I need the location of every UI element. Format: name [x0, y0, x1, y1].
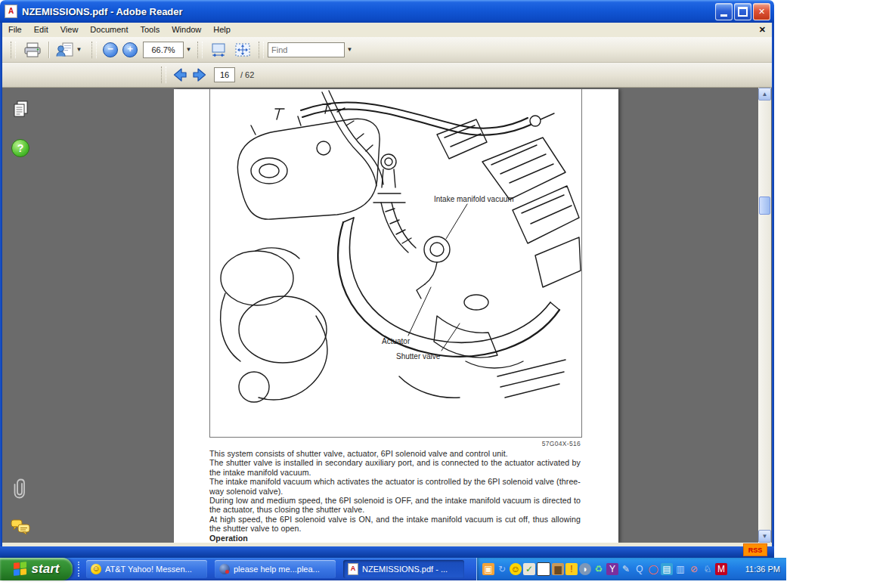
network-computers-tray-icon[interactable]: ▥ — [674, 563, 686, 575]
system-tray-icons: ▣↻☺✓▆!◗♻Y✎Q◯▤▥⊘♘M — [482, 562, 728, 576]
taskbar-item-label: NZEMISSIONS.pdf - ... — [362, 565, 448, 574]
scroll-up-icon: ▲ — [762, 91, 768, 97]
label-shutter-valve: Shutter valve — [396, 352, 440, 361]
previous-page-button[interactable] — [170, 66, 190, 84]
menu-bar: File Edit View Document Tools Window Hel… — [2, 23, 772, 38]
print-button[interactable] — [20, 39, 45, 60]
minimize-icon — [720, 14, 727, 17]
adobe-reader-window: A NZEMISSIONS.pdf - Adobe Reader ✕ File … — [0, 0, 774, 558]
menu-edit[interactable]: Edit — [28, 23, 54, 37]
messenger-orb-tray-icon[interactable]: ◗ — [579, 563, 591, 575]
paragraph: During low and medium speed, the 6PI sol… — [209, 496, 581, 515]
document-scrollbar[interactable]: ▲ ▼ — [758, 88, 771, 543]
display-settings-tray-icon[interactable] — [537, 562, 550, 576]
sidebar-comments-button[interactable] — [8, 516, 33, 537]
zoom-dropdown-arrow[interactable]: ▼ — [184, 42, 194, 57]
toolbar-grip — [11, 42, 16, 58]
email-dropdown-arrow[interactable]: ▼ — [74, 42, 84, 57]
recycle-error-tray-icon[interactable]: ♻ — [593, 563, 605, 575]
globe-flag-tray-icon[interactable]: Y — [606, 563, 618, 575]
maximize-button[interactable] — [734, 3, 751, 20]
vehicle-tray-icon[interactable]: ▆ — [552, 563, 564, 575]
taskbar-item-nzemissions-pdf[interactable]: A NZEMISSIONS.pdf - ... — [343, 560, 464, 578]
windows-logo-icon — [14, 562, 27, 577]
security-alert-tray-icon[interactable]: ! — [565, 563, 578, 575]
menu-window[interactable]: Window — [166, 23, 207, 37]
mcafee-tray-icon[interactable]: M — [715, 563, 727, 575]
toolbar-separator — [48, 42, 49, 58]
menu-document[interactable]: Document — [84, 23, 134, 37]
page-navigation-bar: / 62 — [2, 63, 772, 88]
printer-icon — [23, 42, 42, 57]
quicktime-tray-icon[interactable]: Q — [634, 563, 646, 575]
toolbar-grip — [161, 67, 166, 83]
taskbar-item-label: AT&T Yahoo! Messen... — [105, 565, 192, 574]
start-button[interactable]: start — [0, 558, 73, 580]
menu-file[interactable]: File — [2, 23, 28, 37]
taskbar-item-chat-window[interactable]: please help me...plea... — [215, 560, 336, 578]
scroll-up-button[interactable]: ▲ — [758, 88, 771, 101]
system-tray: ▣↻☺✓▆!◗♻Y✎Q◯▤▥⊘♘M 11:36 PM — [476, 558, 786, 580]
fit-page-button[interactable] — [231, 39, 255, 60]
maximize-icon — [738, 7, 748, 17]
main-toolbar: ▼ − + 66.7% ▼ ▼ — [2, 37, 772, 63]
engine-line-drawing — [210, 89, 581, 438]
find-dropdown-arrow[interactable]: ▼ — [345, 42, 355, 57]
fit-width-button[interactable] — [206, 39, 231, 60]
pest-patrol-tray-icon[interactable]: ♘ — [702, 563, 714, 575]
menu-help[interactable]: Help — [207, 23, 237, 37]
find-input[interactable] — [268, 42, 345, 57]
zoom-out-button[interactable]: − — [103, 42, 118, 57]
stylus-tray-icon[interactable]: ✎ — [620, 563, 632, 575]
scrollbar-thumb[interactable] — [759, 197, 770, 215]
total-pages-label: / 62 — [240, 70, 254, 79]
pdf-document-icon: A — [348, 563, 358, 575]
taskbar-item-yahoo-messenger[interactable]: ☺ AT&T Yahoo! Messen... — [86, 560, 207, 578]
windows-update-tray-icon[interactable]: ✓ — [523, 563, 535, 575]
zoom-in-button[interactable]: + — [122, 42, 138, 57]
pdf-page: Intake manifold vacuum Actuator Shutter … — [174, 89, 618, 543]
title-bar: A NZEMISSIONS.pdf - Adobe Reader ✕ — [0, 0, 774, 23]
fit-width-icon — [210, 42, 227, 57]
sidebar-howto-button[interactable]: ? — [8, 138, 33, 159]
window-title: NZEMISSIONS.pdf - Adobe Reader — [22, 6, 183, 17]
scroll-down-icon: ▼ — [762, 533, 768, 540]
start-label: start — [32, 562, 60, 577]
current-page-input[interactable] — [214, 67, 235, 82]
photo-app-tray-icon[interactable]: ▣ — [482, 563, 494, 575]
blocked-device-tray-icon[interactable]: ⊘ — [688, 563, 700, 575]
chat-message-icon — [219, 564, 230, 574]
sidebar-attachments-button[interactable] — [8, 478, 33, 500]
document-pane: ? — [2, 88, 772, 543]
close-icon: ✕ — [758, 7, 765, 17]
menu-tools[interactable]: Tools — [135, 23, 166, 37]
toolbar-grip — [197, 42, 203, 58]
document-close-icon[interactable]: ✕ — [759, 25, 766, 35]
taskbar-clock[interactable]: 11:36 PM — [745, 565, 780, 574]
yahoo-messenger-icon: ☺ — [91, 564, 101, 574]
rss-badge[interactable]: RSS — [743, 543, 767, 556]
taskbar-grip — [78, 562, 82, 577]
toolbar-grip — [259, 42, 264, 58]
sidebar-pages-button[interactable] — [8, 99, 33, 120]
previous-page-icon — [172, 67, 188, 82]
quicken-tray-icon[interactable]: ◯ — [647, 563, 659, 575]
minimize-button[interactable] — [715, 3, 733, 20]
zoom-level-value[interactable]: 66.7% — [143, 42, 184, 58]
email-button[interactable]: ▼ — [52, 39, 88, 60]
toolbar-grip — [91, 42, 97, 58]
label-intake-manifold-vacuum: Intake manifold vacuum — [434, 195, 514, 203]
paragraph: At high speed, the 6PI solenoid valve is… — [209, 515, 581, 534]
scroll-down-button[interactable]: ▼ — [758, 530, 771, 543]
next-page-button[interactable] — [190, 66, 209, 84]
color-monitor-tray-icon[interactable]: ▤ — [661, 563, 673, 575]
body-text: This system consists of shutter valve, a… — [209, 449, 581, 543]
menu-view[interactable]: View — [54, 23, 85, 37]
close-button[interactable]: ✕ — [753, 3, 770, 20]
engine-figure: Intake manifold vacuum Actuator Shutter … — [209, 89, 582, 438]
email-icon — [56, 42, 74, 57]
fit-page-icon — [234, 42, 251, 57]
sync-arrows-tray-icon[interactable]: ↻ — [496, 563, 508, 575]
yahoo-messenger-tray-icon[interactable]: ☺ — [510, 563, 522, 575]
window-border-right — [772, 23, 774, 546]
